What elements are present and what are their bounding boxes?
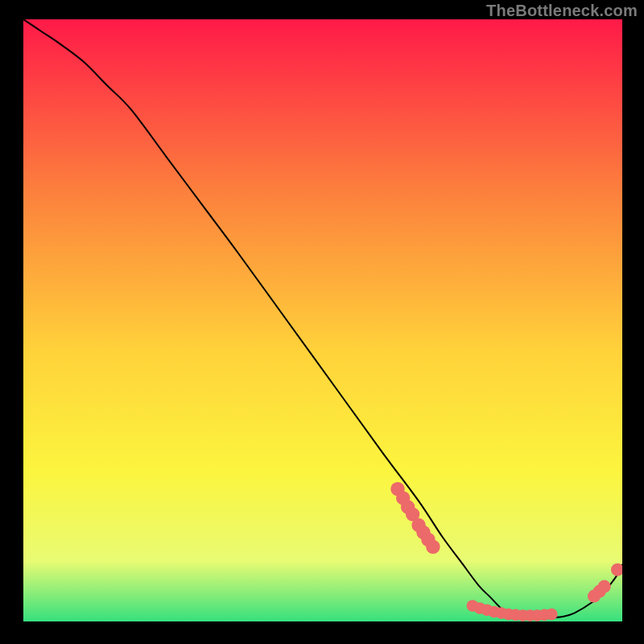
data-dot [598, 580, 611, 593]
gradient-background [23, 19, 622, 621]
data-dot [546, 609, 558, 621]
data-dot [426, 540, 440, 554]
bottleneck-chart [23, 19, 622, 621]
chart-frame: TheBottleneck.com [0, 0, 644, 644]
watermark-text: TheBottleneck.com [486, 2, 638, 20]
